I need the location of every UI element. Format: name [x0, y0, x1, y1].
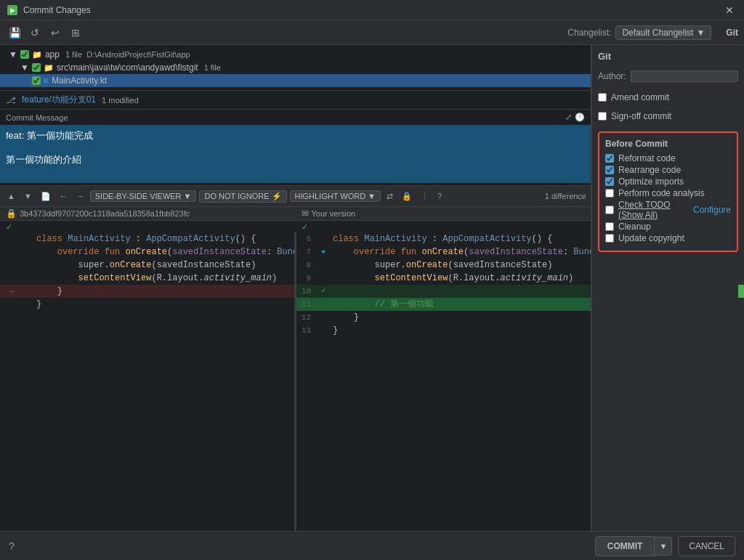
viewer-dropdown[interactable]: SIDE-BY-SIDE VIEWER ▼	[90, 190, 197, 202]
tree-sub-src: 1 file	[204, 63, 221, 72]
diff-up-btn[interactable]: ▲	[4, 190, 18, 202]
diff-wrapper: ▲ ▼ 📄 ← → SIDE-BY-SIDE VIEWER ▼ DO NOT I…	[0, 185, 591, 531]
tree-checkbox-main[interactable]	[32, 76, 41, 85]
code-line-highlighted: 11 // 第一個功能	[296, 298, 591, 311]
tree-item-mainactivity[interactable]: K MainActivity.kt	[0, 74, 591, 87]
tree-label-app: app	[45, 49, 60, 60]
branch-bar: ⎇ feature/功能分支01 1 modified	[0, 90, 591, 110]
signoff-checkbox[interactable]	[598, 112, 607, 121]
history-icon[interactable]: 🕐	[575, 113, 585, 122]
file-hash: 3b4373ddf9707200c1318ada518358a1fbb823fc	[20, 209, 190, 218]
checktodo-checkbox[interactable]	[605, 206, 614, 214]
lock-icon: 🔒	[6, 208, 17, 219]
tree-label-src: src\main\java\tw\com\andyawd\fistgit	[57, 62, 198, 73]
code-line: 8 super.onCreate(savedInstanceState)	[296, 259, 591, 272]
reformat-label[interactable]: Reformat code	[618, 153, 676, 163]
branch-name: feature/功能分支01	[22, 94, 96, 106]
diff-down-btn[interactable]: ▼	[21, 190, 35, 202]
author-input[interactable]	[631, 70, 738, 82]
diff-sync-btn[interactable]: ⇄	[384, 190, 396, 203]
amend-commit-row: Amend commit	[598, 92, 738, 102]
commit-textarea[interactable]: feat: 第一個功能完成 第一個功能的介紹	[0, 125, 591, 183]
commit-message-area: Commit Message ⤢ 🕐 feat: 第一個功能完成 第一個功能的介…	[0, 110, 591, 185]
revert-btn[interactable]: ↩	[46, 24, 64, 41]
tree-sub-app: 1 file D:\AndroidProject\FistGit\app	[65, 50, 190, 59]
cleanup-label[interactable]: Cleanup	[618, 222, 651, 232]
diff-file-btn[interactable]: 📄	[38, 190, 54, 203]
tree-item-app[interactable]: ▼ 📁 app 1 file D:\AndroidProject\FistGit…	[0, 48, 591, 61]
diff-help-btn[interactable]: ?	[434, 190, 445, 202]
bottom-bar: ? COMMIT ▼ CANCEL	[0, 531, 744, 560]
tree-label-main: MainActivity.kt	[52, 76, 107, 86]
diff-lock-btn[interactable]: 🔒	[399, 190, 415, 203]
app-grid-btn[interactable]: ⊞	[67, 24, 84, 41]
changelist-label: Changelist:	[567, 28, 611, 38]
diff-settings-btn[interactable]: ⋮	[418, 190, 432, 203]
copyright-checkbox[interactable]	[605, 234, 614, 243]
branch-icon: ⎇	[6, 95, 16, 105]
code-line-added: 10 ✓	[296, 285, 591, 298]
expand-icon[interactable]: ⤢	[565, 113, 572, 122]
diff-left-btn[interactable]: ←	[57, 190, 70, 202]
reformat-row: Reformat code	[605, 153, 731, 163]
author-label: Author:	[598, 71, 626, 81]
tree-expand-icon: ▼	[9, 49, 17, 60]
tree-checkbox-src[interactable]	[32, 63, 41, 72]
refresh-btn[interactable]: ↺	[26, 24, 44, 41]
help-icon[interactable]: ?	[9, 540, 15, 552]
cancel-button-label: CANCEL	[689, 541, 724, 551]
folder-icon-src: 📁	[44, 63, 54, 73]
optimize-checkbox[interactable]	[605, 177, 614, 186]
left-panel: ▼ 📁 app 1 file D:\AndroidProject\FistGit…	[0, 45, 591, 531]
checktodo-label[interactable]: Check TODO (Show All)	[618, 200, 687, 220]
optimize-row: Optimize imports	[605, 176, 731, 187]
highlight-dropdown[interactable]: HIGHLIGHT WORD ▼	[290, 190, 381, 202]
panels-container: class MainActivity : AppCompatActivity()…	[0, 232, 591, 531]
commit-message-label: Commit Message	[6, 113, 68, 122]
ignore-dropdown[interactable]: DO NOT IGNORE ⚡	[199, 190, 286, 203]
cancel-button[interactable]: CANCEL	[678, 536, 735, 556]
configure-link[interactable]: Configure	[693, 205, 731, 215]
code-line: }	[0, 298, 294, 311]
copyright-row: Update copyright	[605, 233, 731, 243]
commit-dropdown-button[interactable]: ▼	[655, 537, 672, 556]
git-section-title: Git	[598, 51, 738, 62]
rearrange-checkbox[interactable]	[605, 166, 614, 174]
tree-item-src[interactable]: ▼ 📁 src\main\java\tw\com\andyawd\fistgit…	[0, 61, 591, 74]
tree-expand-icon-src: ▼	[20, 62, 29, 73]
signoff-label[interactable]: Sign-off commit	[611, 111, 671, 121]
save-btn[interactable]: 💾	[6, 24, 23, 41]
ignore-label: DO NOT IGNORE	[204, 192, 269, 200]
code-line: 13 }	[296, 324, 591, 337]
rearrange-label[interactable]: Rearrange code	[618, 165, 681, 175]
dropdown-arrow-icon: ▼	[696, 28, 705, 38]
amend-label[interactable]: Amend commit	[611, 92, 669, 102]
diff-info: 1 difference	[545, 192, 586, 200]
code-line: setContentView(R.layout.activity_main)	[0, 272, 294, 285]
copyright-label[interactable]: Update copyright	[618, 233, 684, 243]
codeanalysis-row: Perform code analysis	[605, 188, 731, 198]
cleanup-checkbox[interactable]	[605, 222, 614, 231]
code-line: override fun onCreate(savedInstanceState…	[0, 245, 294, 259]
close-button[interactable]: ✕	[722, 4, 737, 16]
checktodo-row: Check TODO (Show All) Configure	[605, 200, 731, 220]
signoff-commit-row: Sign-off commit	[598, 111, 738, 121]
changelist-value: Default Changelist	[622, 28, 693, 38]
commit-button[interactable]: COMMIT	[595, 536, 655, 556]
diff-right-btn[interactable]: →	[73, 190, 87, 202]
window-title: Commit Changes	[23, 5, 716, 15]
tree-checkbox-app[interactable]	[20, 50, 29, 59]
code-line-removed: — }	[0, 285, 294, 298]
right-check-icon: ✓	[302, 222, 308, 231]
changelist-dropdown[interactable]: Default Changelist ▼	[615, 25, 711, 40]
amend-checkbox[interactable]	[598, 93, 607, 102]
optimize-label[interactable]: Optimize imports	[618, 176, 684, 187]
bottom-buttons: COMMIT ▼ CANCEL	[595, 536, 735, 556]
right-code-panel[interactable]: 6 class MainActivity : AppCompatActivity…	[296, 232, 591, 531]
codeanalysis-label[interactable]: Perform code analysis	[618, 188, 705, 198]
cleanup-row: Cleanup	[605, 222, 731, 232]
reformat-checkbox[interactable]	[605, 154, 614, 163]
left-code-panel[interactable]: class MainActivity : AppCompatActivity()…	[0, 232, 296, 531]
viewer-arrow-icon: ▼	[184, 192, 192, 200]
codeanalysis-checkbox[interactable]	[605, 189, 614, 198]
